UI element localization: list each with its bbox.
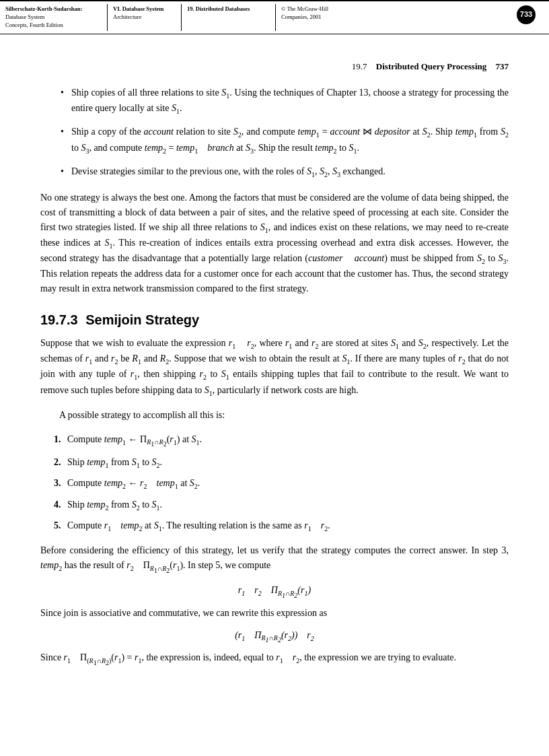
page-header: Silberschatz-Korth-Sudarshan: Database S… [0, 0, 549, 34]
section1-title: VI. Database System [113, 5, 176, 13]
formula-1: r1 r2 ΠR1∩R2(r1) [40, 585, 509, 599]
author-name: Silberschatz-Korth-Sudarshan: [5, 5, 102, 13]
section2-title: 19. Distributed Databases [187, 5, 270, 13]
section-number: 19.7 [352, 61, 367, 71]
page: Silberschatz-Korth-Sudarshan: Database S… [0, 0, 549, 756]
step-3-num: 3. [54, 476, 61, 491]
strategy-possible-intro: A possible strategy to accomplish all th… [40, 408, 509, 423]
bullet-item-3: Devise strategies similar to the previou… [61, 164, 509, 180]
section-page: 737 [496, 61, 509, 71]
section-title: Distributed Query Processing [376, 61, 486, 71]
publisher-line2: Companies, 2001 [281, 13, 544, 22]
paragraph-strategy-discussion: No one strategy is always the best one. … [40, 191, 509, 296]
bullet-item-1: Ship copies of all three relations to si… [61, 85, 509, 117]
header-author: Silberschatz-Korth-Sudarshan: Database S… [0, 4, 108, 31]
section-header-line: 19.7 Distributed Query Processing 737 [40, 61, 509, 72]
strategy-steps: 1. Compute temp1 ← ΠR1∩R2(r1) at S1. 2. … [54, 432, 509, 534]
step-1: 1. Compute temp1 ← ΠR1∩R2(r1) at S1. [54, 432, 509, 450]
subsection-number: 19.7.3 [40, 312, 78, 327]
bullet-item-2: Ship a copy of the account relation to s… [61, 125, 509, 156]
header-section1: VI. Database System Architecture [108, 4, 182, 31]
main-content: 19.7 Distributed Query Processing 737 Sh… [0, 34, 549, 705]
step-2: 2. Ship temp1 from S1 to S2. [54, 455, 509, 471]
step-1-num: 1. [54, 432, 61, 447]
step-3: 3. Compute temp2 ← r2 temp1 at S2. [54, 476, 509, 491]
subsection-heading: 19.7.3 Semijoin Strategy [40, 312, 509, 328]
section1-sub: Architecture [113, 13, 176, 22]
formula-2: (r1 ΠR1∩R2(r2)) r2 [40, 630, 509, 644]
step-4: 4. Ship temp2 from S2 to S1. [54, 497, 509, 513]
paragraph-semijoin-intro: Suppose that we wish to evaluate the exp… [40, 336, 509, 399]
step-2-num: 2. [54, 455, 61, 470]
paragraph-correctness: Before considering the efficiency of thi… [40, 543, 509, 576]
book-title-line2: Concepts, Fourth Edition [5, 22, 102, 30]
header-section2: 19. Distributed Databases [182, 4, 276, 31]
header-publisher: © The McGraw-Hill Companies, 2001 [276, 4, 549, 31]
subsection-title: Semijoin Strategy [85, 312, 199, 327]
page-number-badge: 733 [517, 5, 536, 24]
paragraph-conclusion: Since r1 Π(R1∩R2)(r1) = r1, the expressi… [40, 650, 509, 668]
step-4-num: 4. [54, 497, 61, 512]
step-5-num: 5. [54, 518, 61, 533]
step-5: 5. Compute r1 temp2 at S1. The resulting… [54, 518, 509, 534]
strategy-bullet-list: Ship copies of all three relations to si… [61, 85, 509, 180]
book-title-line1: Database System [5, 13, 102, 22]
publisher-line1: © The McGraw-Hill [281, 5, 544, 13]
paragraph-rewrite: Since join is associative and commutativ… [40, 606, 509, 621]
